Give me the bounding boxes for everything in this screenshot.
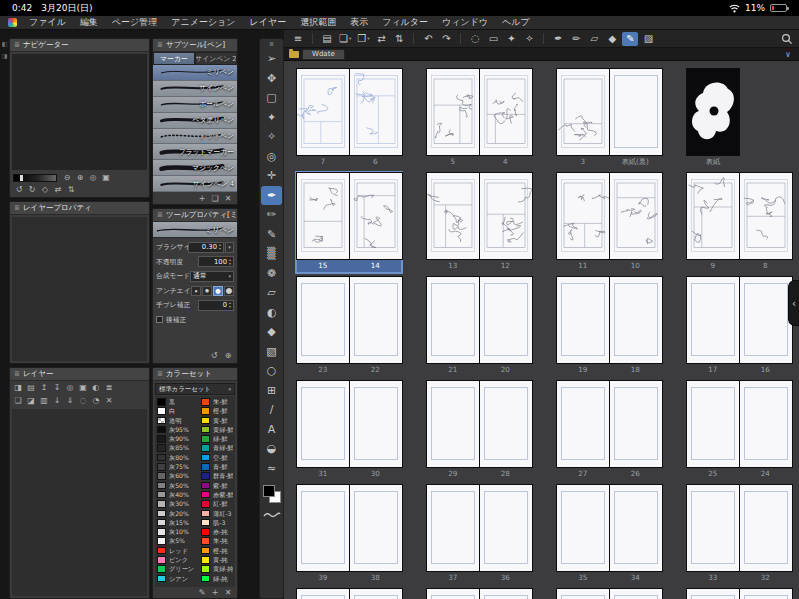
page-thumbnail[interactable] <box>350 485 402 571</box>
layer-list[interactable] <box>12 409 147 596</box>
page-spread-cell[interactable]: 1312 <box>427 173 531 272</box>
tab-bar-collapse-icon[interactable]: ∨ <box>782 50 794 59</box>
color-swatch[interactable] <box>201 444 210 452</box>
page-spread-cell[interactable]: 1514 <box>297 173 401 272</box>
color-swatch[interactable] <box>201 575 210 583</box>
color-swatch[interactable] <box>157 454 166 462</box>
menu-item-2[interactable]: 編集 <box>73 16 105 29</box>
page-thumbnail[interactable] <box>480 589 532 599</box>
reset-rotation-icon[interactable]: ◇ <box>39 184 51 195</box>
gradient-tool-icon[interactable]: ▧ <box>261 342 282 362</box>
page-thumbnail[interactable] <box>610 589 662 599</box>
color-swatch-pair[interactable] <box>263 485 281 503</box>
color-swatch[interactable] <box>201 510 210 518</box>
menu-item-8[interactable]: フィルター <box>375 16 435 29</box>
page-thumbnail[interactable] <box>557 381 609 467</box>
collapsed-panel-tab-icon[interactable]: ◨ <box>2 52 8 59</box>
eyedropper-tool-icon[interactable]: ✧ <box>261 127 282 147</box>
page-thumbnail[interactable] <box>687 69 739 155</box>
navigator-preview[interactable] <box>12 54 147 170</box>
color-swatch[interactable] <box>201 491 210 499</box>
page-thumbnail[interactable] <box>427 173 479 259</box>
page-spread-cell[interactable]: 3表紙(裏) <box>557 69 661 168</box>
antialias-level-2-button[interactable]: ● <box>213 286 223 296</box>
panel-menu-icon[interactable]: ≣ <box>157 41 163 49</box>
page-thumbnail[interactable] <box>610 69 662 155</box>
color-swatch[interactable] <box>201 482 210 490</box>
transfer-down-icon[interactable]: ↓ <box>51 395 63 406</box>
zoom-tool-icon[interactable]: ◎ <box>261 147 282 167</box>
color-swatch[interactable] <box>201 547 210 555</box>
page-thumbnail[interactable] <box>740 277 792 363</box>
color-swatch[interactable] <box>201 472 210 480</box>
page-spread-cell[interactable]: 2726 <box>557 381 661 480</box>
fill-tool-icon[interactable]: ◆ <box>604 32 620 46</box>
redo-icon[interactable]: ↷ <box>438 32 454 46</box>
edit-color-icon[interactable]: ✎ <box>196 587 208 598</box>
tool-strip-handle[interactable]: ≣ <box>269 40 274 49</box>
page-thumbnail[interactable] <box>687 485 739 571</box>
menu-item-1[interactable]: ファイル <box>22 16 73 29</box>
color-swatch[interactable] <box>157 537 166 545</box>
page-thumbnail[interactable] <box>427 381 479 467</box>
color-swatch[interactable] <box>201 519 210 527</box>
page-thumbnail[interactable] <box>350 69 402 155</box>
panel-menu-icon[interactable]: ≣ <box>157 370 163 378</box>
select-tool-icon[interactable]: ▢ <box>261 88 282 108</box>
color-swatch[interactable] <box>201 528 210 536</box>
page-thumbnail[interactable] <box>687 589 739 599</box>
menu-item-5[interactable]: レイヤー <box>243 16 294 29</box>
color-swatch[interactable] <box>201 417 210 425</box>
collapsed-panel-tab-icon[interactable]: ◧ <box>2 40 8 47</box>
page-spread-cell[interactable] <box>687 589 791 599</box>
color-swatch[interactable] <box>157 435 166 443</box>
hand-tool-icon[interactable]: ✛ <box>261 166 282 186</box>
color-swatch[interactable] <box>201 454 210 462</box>
color-swatch[interactable] <box>157 482 166 490</box>
color-swatch[interactable] <box>157 407 166 415</box>
page-thumbnail[interactable] <box>687 277 739 363</box>
page-manager-icon[interactable]: ▤ <box>319 32 335 46</box>
lock-layer-icon[interactable]: ▣ <box>77 382 89 393</box>
ruler-tool-icon[interactable]: ∕ <box>261 400 282 420</box>
page-thumbnail[interactable] <box>610 277 662 363</box>
subtool-item[interactable]: フラットマーカー <box>153 144 237 160</box>
page-spread-cell[interactable] <box>427 589 531 599</box>
page-thumbnail[interactable] <box>297 69 349 155</box>
color-swatch[interactable] <box>157 463 166 471</box>
rotate-right-icon[interactable]: ↻ <box>26 184 38 195</box>
frame-border-tool-icon[interactable]: ⊞ <box>261 381 282 401</box>
foreground-color-swatch[interactable] <box>263 485 275 497</box>
page-thumbnail[interactable] <box>480 69 532 155</box>
subtool-item[interactable]: ベタ塗りペン <box>153 113 237 129</box>
color-swatch[interactable] <box>201 426 210 434</box>
brush-tool-icon[interactable]: ✎ <box>622 32 638 46</box>
eraser-tool-icon[interactable]: ▱ <box>586 32 602 46</box>
duplicate-page-icon[interactable]: ❐▾ <box>355 32 371 46</box>
menu-item-10[interactable]: ヘルプ <box>495 16 537 29</box>
antialias-level-3-button[interactable]: ● <box>224 286 234 296</box>
page-spread-cell[interactable]: 98 <box>687 173 791 272</box>
color-swatch[interactable] <box>157 565 166 573</box>
color-swatch[interactable] <box>201 398 210 406</box>
color-swatch[interactable] <box>157 528 166 536</box>
page-thumbnail[interactable] <box>427 277 479 363</box>
page-spread-cell[interactable] <box>297 589 401 599</box>
post-correction-checkbox[interactable] <box>156 316 163 323</box>
rect-select-icon[interactable]: ▭ <box>485 32 501 46</box>
airbrush-tool-icon[interactable]: ▒ <box>261 244 282 264</box>
page-thumbnail[interactable] <box>480 173 532 259</box>
menu-item-9[interactable]: ウィンドウ <box>435 16 495 29</box>
page-spread-cell[interactable]: 3130 <box>297 381 401 480</box>
color-swatch[interactable] <box>157 556 166 564</box>
panel-menu-icon[interactable]: ≣ <box>14 370 20 378</box>
color-swatch[interactable] <box>201 565 210 573</box>
page-thumbnail[interactable] <box>610 173 662 259</box>
search-icon[interactable] <box>781 33 793 45</box>
menu-item-7[interactable]: 表示 <box>343 16 375 29</box>
page-spread-cell[interactable]: 1716 <box>687 277 791 376</box>
swap-pages-icon[interactable]: ⇄ <box>373 32 389 46</box>
page-order-icon[interactable]: ⇅ <box>391 32 407 46</box>
move-down-icon[interactable]: ↧ <box>51 382 63 393</box>
new-vector-layer-icon[interactable]: ◪ <box>25 395 37 406</box>
